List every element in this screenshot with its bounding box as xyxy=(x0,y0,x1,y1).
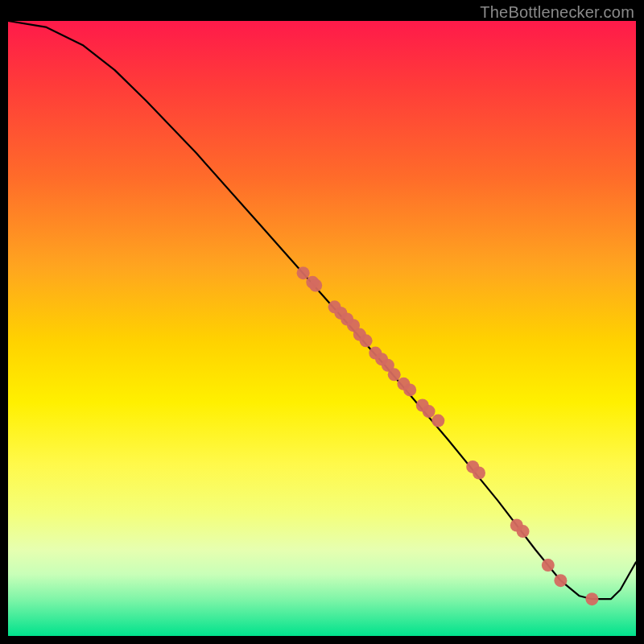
data-point xyxy=(423,405,436,418)
data-point xyxy=(297,266,310,279)
data-point xyxy=(388,368,401,381)
gradient-plot-area xyxy=(8,21,636,636)
data-points-group xyxy=(297,266,599,605)
data-point xyxy=(517,525,530,538)
data-point xyxy=(309,279,322,292)
data-point xyxy=(360,334,373,347)
data-point xyxy=(585,592,598,605)
data-point xyxy=(473,467,485,480)
data-point xyxy=(554,574,567,587)
data-point xyxy=(542,559,555,572)
attribution-label: TheBottlenecker.com xyxy=(480,3,634,22)
bottleneck-curve xyxy=(8,21,636,599)
chart-overlay xyxy=(8,21,636,636)
data-point xyxy=(431,415,444,427)
chart-frame: TheBottlenecker.com xyxy=(0,0,644,644)
data-point xyxy=(403,383,416,396)
